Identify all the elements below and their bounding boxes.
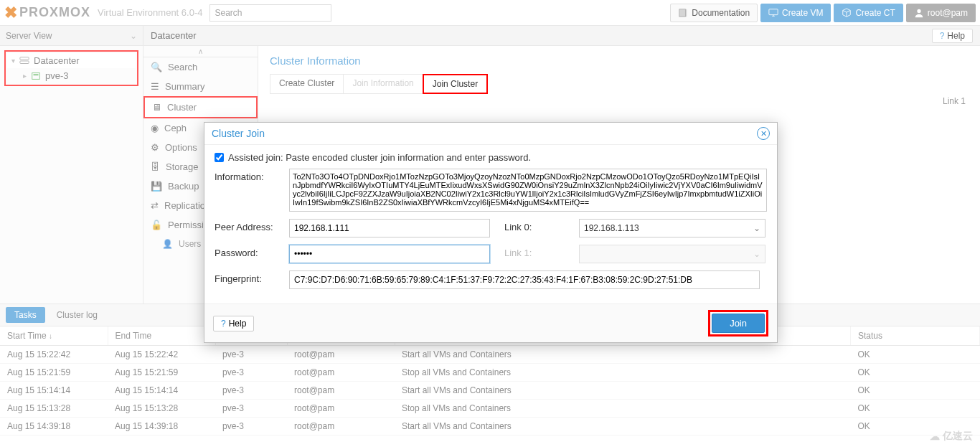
resource-tree-panel: Server View ⌄ ▾ Datacenter ▸ pve-3 bbox=[0, 26, 143, 304]
user-icon bbox=[914, 8, 924, 18]
menu-cluster[interactable]: 🖥Cluster bbox=[143, 96, 258, 118]
product-name: PROXMOX bbox=[19, 5, 90, 20]
svg-rect-4 bbox=[32, 72, 40, 79]
column-link1: Link 1 bbox=[943, 96, 966, 106]
tree-item-node[interactable]: ▸ pve-3 bbox=[7, 68, 136, 83]
save-icon: 💾 bbox=[151, 181, 162, 192]
join-button[interactable]: Join bbox=[712, 314, 765, 333]
create-cluster-button[interactable]: Create Cluster bbox=[270, 75, 344, 93]
expand-icon[interactable]: ▾ bbox=[11, 57, 15, 65]
info-label: Information: bbox=[215, 169, 289, 182]
book-icon bbox=[678, 8, 688, 18]
chevron-down-icon: ⌄ bbox=[753, 223, 760, 233]
help-button[interactable]: ? Help bbox=[932, 29, 973, 43]
chevron-down-icon: ⌄ bbox=[753, 249, 760, 259]
table-row[interactable]: Aug 15 15:13:28Aug 15 15:13:28pve-3root@… bbox=[0, 400, 980, 418]
join-info-button: Join Information bbox=[344, 75, 423, 93]
gear-icon: ⚙ bbox=[151, 142, 159, 153]
tab-tasks[interactable]: Tasks bbox=[6, 307, 45, 323]
expand-icon[interactable]: ▸ bbox=[23, 72, 27, 80]
assisted-join-label: Assisted join: Paste encoded cluster joi… bbox=[228, 152, 531, 163]
tab-cluster-log[interactable]: Cluster log bbox=[48, 307, 106, 323]
logo: ✖ PROXMOX bbox=[4, 4, 90, 22]
global-search-input[interactable] bbox=[209, 4, 331, 22]
link0-select[interactable]: 192.168.1.113 ⌄ bbox=[579, 219, 765, 237]
content-header: Datacenter ? Help bbox=[143, 26, 980, 46]
password-input[interactable] bbox=[289, 245, 490, 263]
breadcrumb: Datacenter bbox=[151, 30, 197, 41]
sort-down-icon: ↓ bbox=[49, 332, 52, 340]
fingerprint-label: Fingerprint: bbox=[215, 270, 289, 284]
logo-x-icon: ✖ bbox=[4, 4, 18, 22]
cube-icon bbox=[842, 8, 852, 18]
create-ct-button[interactable]: Create CT bbox=[834, 4, 903, 22]
list-icon: ☰ bbox=[151, 81, 159, 92]
help-icon: ? bbox=[221, 319, 226, 329]
version-label: Virtual Environment 6.0-4 bbox=[98, 7, 202, 18]
link1-label: Link 1: bbox=[504, 245, 579, 258]
close-button[interactable]: ✕ bbox=[757, 127, 770, 140]
database-icon: 🗄 bbox=[151, 161, 160, 172]
svg-rect-5 bbox=[34, 74, 39, 75]
svg-point-1 bbox=[917, 9, 920, 12]
svg-rect-0 bbox=[769, 9, 778, 14]
help-icon: ? bbox=[940, 31, 945, 41]
node-icon bbox=[31, 71, 41, 81]
col-status[interactable]: Status bbox=[851, 326, 980, 346]
join-info-textarea[interactable]: To2NTo3OTo4OTpDNDoxRjo1MTozNzpGOTo3MjoyQ… bbox=[289, 169, 767, 212]
assisted-join-checkbox[interactable] bbox=[215, 153, 224, 162]
join-cluster-button[interactable]: Join Cluster bbox=[423, 74, 488, 94]
section-title: Cluster Information bbox=[270, 55, 969, 67]
user-menu-button[interactable]: root@pam bbox=[906, 4, 976, 22]
table-row[interactable]: Aug 15 14:39:18Aug 15 14:39:18pve-3root@… bbox=[0, 418, 980, 436]
documentation-button[interactable]: Documentation bbox=[670, 4, 758, 22]
highlight-box: Join bbox=[708, 310, 768, 337]
server-icon: 🖥 bbox=[152, 102, 161, 113]
dialog-title: Cluster Join bbox=[212, 128, 265, 139]
create-vm-button[interactable]: Create VM bbox=[760, 4, 831, 22]
col-end[interactable]: End Time bbox=[108, 326, 215, 346]
table-row[interactable]: Aug 15 15:21:59Aug 15 15:21:59pve-3root@… bbox=[0, 364, 980, 382]
highlight-box: ▾ Datacenter ▸ pve-3 bbox=[4, 50, 138, 86]
chevron-down-icon: ⌄ bbox=[130, 31, 137, 41]
cloud-icon: ☁ bbox=[930, 430, 940, 442]
tree-item-datacenter[interactable]: ▾ Datacenter bbox=[7, 53, 136, 68]
svg-rect-2 bbox=[20, 57, 29, 60]
ceph-icon: ◉ bbox=[151, 123, 159, 133]
sync-icon: ⇄ bbox=[151, 200, 159, 211]
password-label: Password: bbox=[215, 245, 289, 258]
dialog-help-button[interactable]: ? Help bbox=[213, 316, 254, 331]
table-row[interactable]: Aug 15 15:14:14Aug 15 15:14:14pve-3root@… bbox=[0, 382, 980, 400]
table-row[interactable]: Aug 15 15:22:42Aug 15 15:22:42pve-3root@… bbox=[0, 346, 980, 364]
fingerprint-input[interactable] bbox=[289, 270, 760, 289]
link0-label: Link 0: bbox=[504, 219, 579, 232]
menu-search[interactable]: 🔍Search bbox=[143, 57, 258, 77]
collapse-handle[interactable]: ∧ bbox=[143, 46, 258, 57]
menu-summary[interactable]: ☰Summary bbox=[143, 77, 258, 96]
col-start[interactable]: Start Time ↓ bbox=[0, 326, 108, 346]
app-header: ✖ PROXMOX Virtual Environment 6.0-4 Docu… bbox=[0, 0, 980, 26]
watermark: ☁ 亿速云 bbox=[930, 430, 973, 443]
desktop-icon bbox=[768, 8, 778, 18]
server-icon bbox=[19, 56, 29, 66]
cluster-join-dialog: Cluster Join ✕ Assisted join: Paste enco… bbox=[204, 122, 778, 343]
lock-icon: 🔓 bbox=[151, 220, 162, 230]
link1-select: ⌄ bbox=[579, 245, 765, 263]
tree-view-selector[interactable]: Server View ⌄ bbox=[0, 26, 143, 46]
search-icon: 🔍 bbox=[151, 62, 162, 72]
svg-rect-3 bbox=[20, 61, 29, 64]
peer-address-input[interactable] bbox=[289, 219, 490, 237]
user-icon: 👤 bbox=[162, 239, 173, 249]
peer-label: Peer Address: bbox=[215, 219, 289, 232]
